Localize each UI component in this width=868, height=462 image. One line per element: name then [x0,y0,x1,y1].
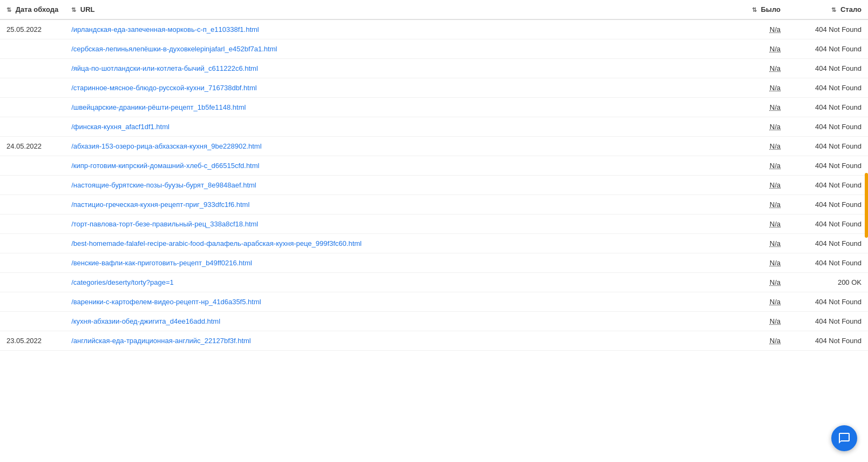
cell-date [0,117,65,137]
cell-bylo: N/a [733,273,787,292]
cell-url[interactable]: /финская-кухня_afacf1df1.html [65,117,733,137]
cell-stalo: 404 Not Found [787,19,868,39]
col-header-date-label: Дата обхода [16,5,59,14]
cell-bylo: N/a [733,234,787,253]
cell-date [0,253,65,273]
url-link[interactable]: /сербская-лепиньялепёшки-в-духовкеlepinj… [71,45,277,53]
table-row: 25.05.2022/ирландская-еда-запеченная-мор… [0,19,868,39]
cell-url[interactable]: /best-homemade-falafel-recipe-arabic-foo… [65,234,733,253]
cell-url[interactable]: /настоящие-бурятские-позы-буузы-бурят_8e… [65,176,733,195]
cell-url[interactable]: /вареники-с-картофелем-видео-рецепт-нр_4… [65,292,733,312]
bylo-value[interactable]: N/a [770,259,781,267]
scrollbar-indicator[interactable] [865,173,868,238]
cell-url[interactable]: /кухня-абхазии-обед-джигита_d4ee16add.ht… [65,312,733,331]
url-link[interactable]: /categories/deserty/torty?page=1 [71,278,174,286]
url-link[interactable]: /best-homemade-falafel-recipe-arabic-foo… [71,239,362,247]
stalo-value: 404 Not Found [815,298,862,306]
url-link[interactable]: /финская-кухня_afacf1df1.html [71,123,169,131]
col-header-url-label: URL [80,5,95,14]
crawl-data-table: ⇅ Дата обхода ⇅ URL ⇅ Было ⇅ Стало 25.05… [0,0,868,351]
col-header-bylo[interactable]: ⇅ Было [733,0,787,19]
bylo-value[interactable]: N/a [770,278,781,286]
table-row: /вареники-с-картофелем-видео-рецепт-нр_4… [0,292,868,312]
url-link[interactable]: /абхазия-153-озеро-рица-абхазская-кухня_… [71,142,261,150]
stalo-value: 404 Not Found [815,317,862,325]
bylo-value[interactable]: N/a [770,142,781,150]
stalo-value: 404 Not Found [815,162,862,170]
bylo-value[interactable]: N/a [770,181,781,189]
cell-url[interactable]: /торт-павлова-торт-безе-правильный-рец_3… [65,215,733,234]
cell-stalo: 404 Not Found [787,137,868,156]
cell-url[interactable]: /ирландская-еда-запеченная-морковь-с-п_e… [65,19,733,39]
sort-icon-bylo: ⇅ [752,6,757,14]
col-header-url[interactable]: ⇅ URL [65,0,733,19]
url-link[interactable]: /пастицио-греческая-кухня-рецепт-приг_93… [71,200,249,209]
bylo-value[interactable]: N/a [770,162,781,170]
bylo-value[interactable]: N/a [770,220,781,228]
bylo-value[interactable]: N/a [770,103,781,111]
url-link[interactable]: /старинное-мясное-блюдо-русской-кухни_71… [71,84,257,92]
table-row: /яйца-по-шотландски-или-котлета-бычий_c6… [0,59,868,78]
sort-icon-stalo: ⇅ [831,6,836,14]
stalo-value: 404 Not Found [815,181,862,189]
cell-url[interactable]: /старинное-мясное-блюдо-русской-кухни_71… [65,78,733,98]
bylo-value[interactable]: N/a [770,25,781,34]
url-link[interactable]: /вареники-с-картофелем-видео-рецепт-нр_4… [71,298,261,306]
col-header-stalo[interactable]: ⇅ Стало [787,0,868,19]
cell-url[interactable]: /яйца-по-шотландски-или-котлета-бычий_c6… [65,59,733,78]
bylo-value[interactable]: N/a [770,123,781,131]
table-row: /финская-кухня_afacf1df1.htmlN/a404 Not … [0,117,868,137]
url-link[interactable]: /швейцарские-драники-рёшти-рецепт_1b5fe1… [71,103,246,111]
cell-url[interactable]: /пастицио-греческая-кухня-рецепт-приг_93… [65,195,733,215]
cell-url[interactable]: /сербская-лепиньялепёшки-в-духовкеlepinj… [65,39,733,59]
cell-stalo: 404 Not Found [787,195,868,215]
col-header-date[interactable]: ⇅ Дата обхода [0,0,65,19]
url-link[interactable]: /венские-вафли-как-приготовить-рецепт_b4… [71,259,252,267]
cell-date [0,176,65,195]
cell-stalo: 404 Not Found [787,215,868,234]
cell-bylo: N/a [733,117,787,137]
cell-bylo: N/a [733,215,787,234]
table-row: /кипр-готовим-кипрский-домашний-хлеб-с_d… [0,156,868,176]
cell-url[interactable]: /венские-вафли-как-приготовить-рецепт_b4… [65,253,733,273]
cell-stalo: 404 Not Found [787,176,868,195]
cell-date [0,312,65,331]
url-link[interactable]: /настоящие-бурятские-позы-буузы-бурят_8e… [71,181,256,189]
url-link[interactable]: /кипр-готовим-кипрский-домашний-хлеб-с_d… [71,162,259,170]
cell-stalo: 404 Not Found [787,331,868,351]
bylo-value[interactable]: N/a [770,64,781,72]
bylo-value[interactable]: N/a [770,337,781,345]
cell-url[interactable]: /английская-еда-традиционная-английс_221… [65,331,733,351]
cell-stalo: 404 Not Found [787,78,868,98]
cell-url[interactable]: /кипр-готовим-кипрский-домашний-хлеб-с_d… [65,156,733,176]
table-row: /categories/deserty/torty?page=1N/a200 O… [0,273,868,292]
url-link[interactable]: /ирландская-еда-запеченная-морковь-с-п_e… [71,25,259,34]
table-row: /старинное-мясное-блюдо-русской-кухни_71… [0,78,868,98]
cell-stalo: 404 Not Found [787,312,868,331]
cell-url[interactable]: /швейцарские-драники-рёшти-рецепт_1b5fe1… [65,98,733,117]
stalo-value: 404 Not Found [815,123,862,131]
bylo-value[interactable]: N/a [770,84,781,92]
url-link[interactable]: /торт-павлова-торт-безе-правильный-рец_3… [71,220,258,228]
cell-bylo: N/a [733,176,787,195]
bylo-value[interactable]: N/a [770,45,781,53]
cell-date [0,215,65,234]
bylo-value[interactable]: N/a [770,239,781,247]
bylo-value[interactable]: N/a [770,200,781,209]
cell-bylo: N/a [733,39,787,59]
cell-date: 25.05.2022 [0,19,65,39]
url-link[interactable]: /кухня-абхазии-обед-джигита_d4ee16add.ht… [71,317,220,325]
cell-url[interactable]: /абхазия-153-озеро-рица-абхазская-кухня_… [65,137,733,156]
cell-date [0,195,65,215]
stalo-value: 200 OK [838,278,862,286]
stalo-value: 404 Not Found [815,239,862,247]
url-link[interactable]: /яйца-по-шотландски-или-котлета-бычий_c6… [71,64,258,72]
cell-url[interactable]: /categories/deserty/torty?page=1 [65,273,733,292]
url-link[interactable]: /английская-еда-традиционная-английс_221… [71,337,251,345]
cell-stalo: 404 Not Found [787,156,868,176]
bylo-value[interactable]: N/a [770,317,781,325]
sort-icon-url: ⇅ [71,6,76,14]
table-row: /пастицио-греческая-кухня-рецепт-приг_93… [0,195,868,215]
cell-bylo: N/a [733,312,787,331]
bylo-value[interactable]: N/a [770,298,781,306]
